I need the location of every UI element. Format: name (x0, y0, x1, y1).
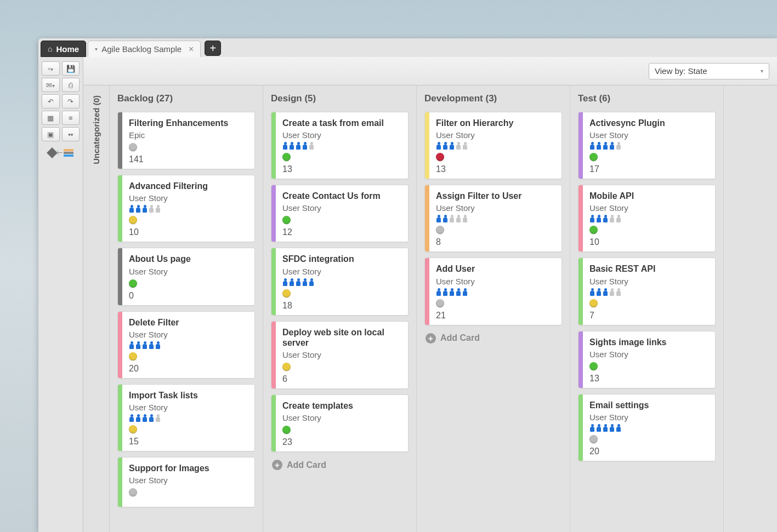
person-icon (609, 288, 615, 296)
card[interactable]: Delete FilterUser Story20 (117, 311, 255, 379)
person-icon (449, 215, 455, 222)
card-points: 8 (436, 237, 555, 247)
person-icon (462, 288, 468, 296)
card-title: Add User (436, 264, 555, 274)
tab-home[interactable]: ⌂ Home (41, 41, 86, 57)
people-icons (129, 414, 248, 422)
card-type: User Story (589, 130, 708, 140)
card[interactable]: Sights image linksUser Story13 (578, 331, 716, 388)
grid-view-button[interactable]: ▦ (42, 111, 60, 125)
card[interactable]: Filtering EnhancementsEpic141 (117, 112, 255, 169)
card-meta-row (589, 226, 708, 234)
card-title: Sights image links (589, 337, 708, 347)
new-doc-button[interactable]: ▫▾ (42, 61, 60, 76)
card-body: Filtering EnhancementsEpic141 (122, 112, 254, 169)
add-card-button[interactable]: +Add Card (424, 331, 562, 346)
card[interactable]: About Us pageUser Story0 (117, 248, 255, 305)
card[interactable]: Deploy web site on local serverUser Stor… (271, 321, 409, 389)
card-body: Support for ImagesUser Story (122, 457, 254, 507)
mail-button[interactable]: ✉▾ (42, 78, 60, 92)
card-title: Filtering Enhancements (129, 118, 248, 128)
card-meta-row (129, 216, 248, 224)
card-body: Create Contact Us formUser Story12 (276, 185, 408, 242)
card[interactable]: Activesync PluginUser Story17 (578, 112, 716, 179)
card-meta-row (129, 352, 248, 361)
person-icon (436, 215, 441, 222)
card-body: Mobile APIUser Story10 (583, 185, 715, 251)
tab-document[interactable]: ▾ Agile Backlog Sample × (88, 41, 201, 57)
card[interactable]: SFDC integrationUser Story18 (271, 248, 409, 315)
card-type: User Story (282, 203, 401, 213)
card-stripe (271, 185, 276, 242)
plus-circle-icon: + (426, 333, 436, 344)
card[interactable]: Import Task listsUser Story15 (117, 384, 255, 451)
card-points: 15 (129, 437, 248, 447)
card[interactable]: Filter on HierarchyUser Story13 (424, 112, 562, 179)
card[interactable]: Basic REST APIUser Story7 (578, 258, 716, 325)
card[interactable]: Advanced FilteringUser Story10 (117, 175, 255, 242)
status-dot (436, 226, 444, 234)
board-column: Backlog (27)Filtering EnhancementsEpic14… (110, 85, 263, 532)
people-icons (436, 288, 555, 296)
people-icons (282, 142, 401, 150)
card[interactable]: Assign Filter to UserUser Story8 (424, 185, 562, 252)
person-icon (135, 414, 141, 422)
person-icon (302, 278, 308, 286)
card-view-button[interactable]: ▪▪ (62, 127, 80, 141)
card[interactable]: Mobile APIUser Story10 (578, 185, 716, 252)
person-icon (603, 288, 608, 296)
filter-button[interactable]: ≡ (62, 111, 80, 125)
card-title: Email settings (589, 400, 708, 410)
card-title: Activesync Plugin (589, 118, 708, 128)
people-icons (282, 278, 401, 286)
card[interactable]: Create templatesUser Story23 (271, 394, 409, 452)
print-button[interactable]: ⎙ (62, 78, 80, 92)
status-dot (589, 362, 598, 370)
calendar-button[interactable]: ▣ (42, 127, 60, 141)
card[interactable]: Email settingsUser Story20 (578, 394, 716, 461)
card-stripe (271, 112, 276, 179)
person-icon (282, 278, 288, 286)
card-points: 18 (282, 301, 401, 311)
person-icon (155, 341, 161, 349)
card-stripe (425, 185, 429, 251)
card[interactable]: Create a task from emailUser Story13 (271, 112, 409, 179)
card-points: 13 (282, 164, 401, 174)
person-icon (462, 215, 468, 222)
view-by-select[interactable]: View by: State ▾ (649, 63, 769, 79)
status-dot (436, 299, 444, 307)
card-stripe (118, 457, 122, 507)
card-title: SFDC integration (282, 254, 401, 264)
card-body: Import Task listsUser Story15 (122, 385, 254, 451)
person-icon (589, 142, 595, 150)
card[interactable]: Add UserUser Story21 (424, 258, 562, 325)
people-icons (129, 205, 248, 213)
status-dot (129, 488, 137, 496)
save-button[interactable]: 💾 (62, 61, 80, 76)
card-meta-row (282, 289, 401, 298)
tab-strip: ⌂ Home ▾ Agile Backlog Sample × + (38, 38, 777, 57)
card-body: Activesync PluginUser Story17 (583, 112, 715, 179)
tab-add-button[interactable]: + (205, 41, 221, 56)
person-icon (149, 205, 154, 213)
undo-button[interactable]: ↶ (42, 94, 60, 108)
card-title: Advanced Filtering (129, 181, 248, 191)
card-type: User Story (589, 203, 708, 213)
card[interactable]: Create Contact Us formUser Story12 (271, 185, 409, 242)
person-icon (309, 142, 314, 150)
person-icon (135, 341, 141, 349)
card-points: 21 (436, 311, 555, 321)
card-type: User Story (282, 130, 401, 140)
uncategorized-column[interactable]: Uncategorized (0) (83, 85, 110, 532)
close-icon[interactable]: × (189, 44, 194, 54)
app-window: ⌂ Home ▾ Agile Backlog Sample × + ▫▾ 💾 ✉… (38, 38, 777, 532)
card-type: User Story (129, 330, 248, 339)
add-card-button[interactable]: +Add Card (271, 457, 409, 472)
view-by-label: View by: State (655, 66, 707, 76)
card-body: Filter on HierarchyUser Story13 (429, 112, 562, 179)
person-icon (296, 278, 301, 286)
redo-button[interactable]: ↷ (62, 94, 80, 108)
board: Uncategorized (0) Backlog (27)Filtering … (83, 85, 777, 532)
card[interactable]: Support for ImagesUser Story (117, 457, 255, 507)
person-icon (609, 142, 615, 150)
